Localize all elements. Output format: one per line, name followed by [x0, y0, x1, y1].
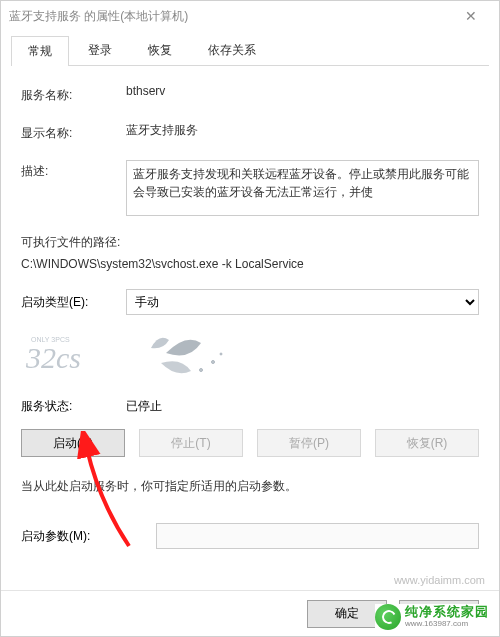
tab-logon[interactable]: 登录: [71, 35, 129, 65]
row-display-name: 显示名称: 蓝牙支持服务: [21, 122, 479, 142]
svg-point-4: [220, 353, 222, 355]
row-status: 服务状态: 已停止: [21, 398, 479, 415]
start-button[interactable]: 启动(S): [21, 429, 125, 457]
properties-dialog: 蓝牙支持服务 的属性(本地计算机) ✕ 常规 登录 恢复 依存关系 服务名称: …: [0, 0, 500, 637]
exe-path-value: C:\WINDOWS\system32\svchost.exe -k Local…: [21, 257, 479, 271]
tab-content: 服务名称: bthserv 显示名称: 蓝牙支持服务 描述: 蓝牙服务支持发现和…: [1, 66, 499, 581]
svg-point-3: [212, 361, 215, 364]
row-start-params: 启动参数(M):: [21, 523, 479, 549]
svg-text:32cs: 32cs: [25, 341, 81, 374]
pause-button: 暂停(P): [257, 429, 361, 457]
status-value: 已停止: [126, 398, 162, 415]
display-name-label: 显示名称:: [21, 122, 126, 142]
service-name-value: bthserv: [126, 84, 479, 98]
start-params-label: 启动参数(M):: [21, 528, 156, 545]
status-label: 服务状态:: [21, 398, 126, 415]
description-textbox[interactable]: 蓝牙服务支持发现和关联远程蓝牙设备。停止或禁用此服务可能会导致已安装的蓝牙设备无…: [126, 160, 479, 216]
window-title: 蓝牙支持服务 的属性(本地计算机): [9, 8, 188, 25]
exe-path-label: 可执行文件的路径:: [21, 234, 479, 251]
row-description: 描述: 蓝牙服务支持发现和关联远程蓝牙设备。停止或禁用此服务可能会导致已安装的蓝…: [21, 160, 479, 216]
service-control-buttons: 启动(S) 停止(T) 暂停(P) 恢复(R): [21, 429, 479, 457]
tab-general[interactable]: 常规: [11, 36, 69, 66]
tabs-container: 常规 登录 恢复 依存关系: [1, 31, 499, 66]
brand-name: 纯净系统家园: [405, 605, 489, 619]
tab-dependencies[interactable]: 依存关系: [191, 35, 273, 65]
row-exe-path: 可执行文件的路径: C:\WINDOWS\system32\svchost.ex…: [21, 234, 479, 271]
display-name-value: 蓝牙支持服务: [126, 122, 479, 139]
tab-recovery[interactable]: 恢复: [131, 35, 189, 65]
service-name-label: 服务名称:: [21, 84, 126, 104]
close-button[interactable]: ✕: [451, 1, 491, 31]
row-service-name: 服务名称: bthserv: [21, 84, 479, 104]
start-params-hint: 当从此处启动服务时，你可指定所适用的启动参数。: [21, 477, 479, 495]
description-label: 描述:: [21, 160, 126, 180]
watermark-site-url: www.yidaimm.com: [394, 574, 485, 586]
brand-badge: 纯净系统家园 www.163987.com: [375, 604, 489, 630]
start-params-input: [156, 523, 479, 549]
startup-type-label: 启动类型(E):: [21, 294, 126, 311]
close-icon: ✕: [465, 8, 477, 24]
tabs: 常规 登录 恢复 依存关系: [11, 35, 489, 66]
resume-button: 恢复(R): [375, 429, 479, 457]
svg-text:ONLY 3PCS: ONLY 3PCS: [31, 336, 70, 343]
svg-point-2: [200, 369, 203, 372]
brand-url: www.163987.com: [405, 620, 489, 629]
startup-type-select[interactable]: 手动: [126, 289, 479, 315]
titlebar: 蓝牙支持服务 的属性(本地计算机) ✕: [1, 1, 499, 31]
row-startup-type: 启动类型(E): 手动: [21, 289, 479, 315]
brand-logo-icon: [375, 604, 401, 630]
stop-button: 停止(T): [139, 429, 243, 457]
watermark-decoration: 32cs ONLY 3PCS: [21, 333, 479, 388]
